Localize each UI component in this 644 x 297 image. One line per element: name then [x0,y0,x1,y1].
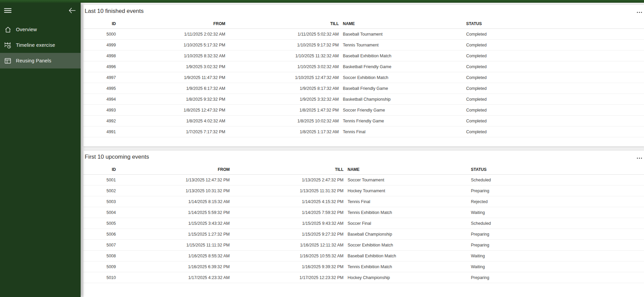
more-ellipsis-icon [637,12,642,13]
column-header-status[interactable]: STATUS [468,167,644,172]
table-body-upcoming: 50011/13/2025 12:47:32 PM1/13/2025 2:47:… [83,175,644,283]
cell-status: Completed [463,64,644,69]
cell-name: Tennis Final [344,199,468,204]
top-accent-bar [0,0,644,3]
column-header-from[interactable]: FROM [116,21,225,26]
table-row[interactable]: 50051/15/2025 3:43:32 AM1/15/2025 9:43:3… [83,218,644,229]
cell-from: 1/9/2025 6:17:32 AM [116,86,225,91]
cell-from: 1/15/2025 11:11:32 PM [116,243,230,248]
cell-status: Completed [463,119,644,123]
cell-status: Scheduled [468,221,644,226]
cell-name: Tennis Final [339,130,463,134]
table-row[interactable]: 49921/8/2025 4:02:32 AM1/8/2025 10:02:32… [83,116,644,126]
cell-id: 5010 [83,275,116,280]
cell-status: Scheduled [468,178,644,182]
cell-name: Baseball Exhibition Match [344,254,468,258]
cell-status: Completed [463,130,644,134]
table-row[interactable]: 50091/16/2025 6:39:32 PM1/16/2025 9:39:3… [83,261,644,272]
cell-from: 1/8/2025 9:32:32 PM [116,97,225,102]
cell-status: Completed [463,54,644,58]
cell-name: Soccer Exhibition Match [344,243,468,248]
table-row[interactable]: 50031/14/2025 8:15:32 AM1/14/2025 4:15:3… [83,196,644,207]
column-header-from[interactable]: FROM [116,167,230,172]
column-header-name[interactable]: NAME [339,21,463,26]
cell-name: Soccer Tournament [344,178,468,182]
hamburger-menu-button[interactable] [2,5,14,16]
cell-till: 1/9/2025 3:32:32 AM [225,97,339,102]
panel-title: Last 10 finished events [85,7,644,15]
table-row[interactable]: 50021/13/2025 10:31:32 PM1/13/2025 11:31… [83,185,644,196]
more-ellipsis-icon [637,158,642,159]
table-row[interactable]: 50081/16/2025 8:55:32 AM1/16/2025 10:55:… [83,251,644,261]
column-header-till[interactable]: TILL [230,167,344,172]
cell-from: 1/13/2025 10:31:32 PM [116,189,230,193]
table-row[interactable]: 50011/13/2025 12:47:32 PM1/13/2025 2:47:… [83,175,644,185]
cell-from: 1/10/2025 8:32:32 AM [116,54,225,58]
more-options-button[interactable] [636,9,643,15]
cell-name: Baseball Friendly Game [339,86,463,91]
collapse-sidebar-button[interactable] [66,5,78,16]
cell-from: 1/11/2025 2:02:32 AM [116,32,225,37]
cell-from: 1/17/2025 4:23:32 AM [116,275,230,280]
cell-till: 1/11/2025 5:02:32 AM [225,32,339,37]
sidebar-item-timeline-exercise[interactable]: Timeline exercise [0,37,81,53]
cell-till: 1/16/2025 10:55:32 AM [230,254,344,258]
cell-name: Hockey Tournament [344,189,468,193]
cell-name: Basketball Championship [339,97,463,102]
cell-name: Baseball Tournament [339,32,463,37]
cell-till: 1/15/2025 9:27:32 PM [230,232,344,237]
cell-id: 5004 [83,210,116,215]
table-row[interactable]: 50041/14/2025 5:59:32 PM1/14/2025 7:59:3… [83,207,644,218]
cell-from: 1/10/2025 5:17:32 PM [116,43,225,47]
cell-status: Completed [463,108,644,113]
table-row[interactable]: 49931/8/2025 12:47:32 PM1/8/2025 1:47:32… [83,105,644,116]
column-header-status[interactable]: STATUS [463,21,644,26]
table-header-row: IDFROMTILLNAMESTATUS [83,19,644,29]
cell-id: 4999 [83,43,116,47]
main-content: Last 10 finished events IDFROMTILLNAMEST… [81,3,644,297]
table-header-row: IDFROMTILLNAMESTATUS [83,164,644,175]
column-header-name[interactable]: NAME [344,167,468,172]
table-row[interactable]: 49991/10/2025 5:17:32 PM1/10/2025 9:17:3… [83,40,644,51]
table-row[interactable]: 49961/9/2025 3:02:32 PM1/10/2025 3:02:32… [83,61,644,72]
table-row[interactable]: 50001/11/2025 2:02:32 AM1/11/2025 5:02:3… [83,29,644,40]
cell-till: 1/8/2025 1:17:32 AM [225,130,339,134]
cell-status: Preparing [468,232,644,237]
table-row[interactable]: 50071/15/2025 11:11:32 PM1/16/2025 12:11… [83,240,644,251]
cell-id: 5002 [83,189,116,193]
cell-till: 1/14/2025 7:59:32 PM [230,210,344,215]
cell-till: 1/9/2025 8:17:32 AM [225,86,339,91]
cell-id: 5000 [83,32,116,37]
cell-from: 1/9/2025 3:02:32 PM [116,64,225,69]
sidebar-item-reusing-panels[interactable]: Reusing Panels [0,53,81,68]
cell-name: Soccer Exhibition Match [339,75,463,80]
cell-till: 1/13/2025 11:31:32 PM [230,189,344,193]
cell-till: 1/15/2025 9:43:32 AM [230,221,344,226]
cell-name: Hockey Championship [344,275,468,280]
cell-status: Completed [463,32,644,37]
column-header-id[interactable]: ID [83,167,116,172]
table-row[interactable]: 49981/10/2025 8:32:32 AM1/10/2025 11:32:… [83,51,644,61]
table-row[interactable]: 49941/8/2025 9:32:32 PM1/9/2025 3:32:32 … [83,94,644,105]
cell-from: 1/15/2025 1:27:32 PM [116,232,230,237]
column-header-id[interactable]: ID [83,21,116,26]
sidebar-item-overview[interactable]: Overview [0,22,81,37]
sidebar-item-label: Overview [16,27,37,32]
cell-till: 1/8/2025 1:47:32 PM [225,108,339,113]
table-row[interactable]: 50101/17/2025 4:23:32 AM1/17/2025 12:23:… [83,272,644,283]
cell-till: 1/16/2025 12:11:32 AM [230,243,344,248]
cell-id: 5005 [83,221,116,226]
cell-till: 1/10/2025 3:02:32 AM [225,64,339,69]
cell-status: Completed [463,43,644,47]
cell-id: 5006 [83,232,116,237]
cell-id: 4996 [83,64,116,69]
cell-status: Completed [463,75,644,80]
table-row[interactable]: 49951/9/2025 6:17:32 AM1/9/2025 8:17:32 … [83,83,644,94]
table-row[interactable]: 49971/9/2025 11:47:32 PM1/10/2025 12:47:… [83,72,644,83]
table-row[interactable]: 50061/15/2025 1:27:32 PM1/15/2025 9:27:3… [83,229,644,240]
column-header-till[interactable]: TILL [225,21,339,26]
cell-till: 1/17/2025 12:23:32 PM [230,275,344,280]
cell-from: 1/14/2025 5:59:32 PM [116,210,230,215]
more-options-button[interactable] [636,155,643,161]
table-row[interactable]: 49911/7/2025 7:17:32 PM1/8/2025 1:17:32 … [83,126,644,137]
